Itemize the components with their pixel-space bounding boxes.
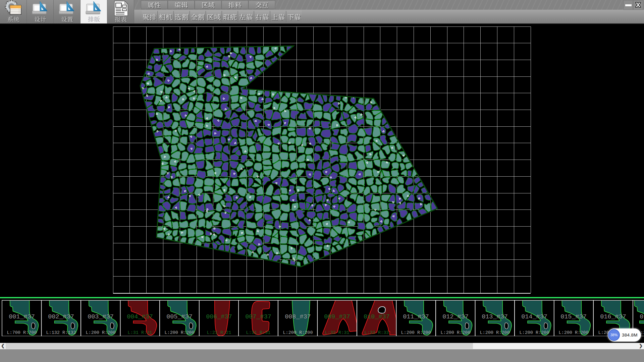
svg-text:010_#37: 010_#37 bbox=[364, 313, 390, 320]
svg-text:008_#37: 008_#37 bbox=[285, 313, 311, 320]
svg-text:L:32 R:31: L:32 R:31 bbox=[325, 330, 350, 335]
svg-text:003_#37: 003_#37 bbox=[88, 313, 114, 320]
svg-text:L:31 R:31: L:31 R:31 bbox=[246, 330, 271, 335]
svg-text:012_#37: 012_#37 bbox=[442, 313, 469, 320]
svg-text:L:200 R:200: L:200 R:200 bbox=[164, 330, 194, 335]
svg-text:006_#37: 006_#37 bbox=[206, 313, 232, 320]
svg-text:013_#37: 013_#37 bbox=[482, 313, 508, 320]
svg-text:L:200 R:200: L:200 R:200 bbox=[401, 330, 431, 335]
svg-text:L:21 R:21: L:21 R:21 bbox=[207, 330, 231, 335]
svg-text:L:33 R:33: L:33 R:33 bbox=[365, 330, 389, 335]
svg-text:L:132 R:132: L:132 R:132 bbox=[46, 330, 76, 335]
svg-text:007_#37: 007_#37 bbox=[245, 313, 271, 320]
svg-text:011_#37: 011_#37 bbox=[403, 313, 429, 320]
svg-text:015_#37: 015_#37 bbox=[560, 313, 587, 320]
svg-text:002_#37: 002_#37 bbox=[48, 313, 74, 320]
svg-text:004_#37: 004_#37 bbox=[127, 313, 153, 320]
svg-text:016_#37: 016_#37 bbox=[600, 313, 626, 320]
svg-text:L:200 R:200: L:200 R:200 bbox=[480, 330, 509, 335]
svg-text:L:200 R:200: L:200 R:200 bbox=[283, 330, 313, 335]
svg-text:L:200 R:200: L:200 R:200 bbox=[519, 330, 549, 335]
svg-text:005_#37: 005_#37 bbox=[166, 313, 193, 320]
svg-text:L:200 R:200: L:200 R:200 bbox=[558, 330, 588, 335]
svg-text:L:31 R:31: L:31 R:31 bbox=[128, 330, 152, 335]
svg-text:017_#37: 017_#37 bbox=[640, 313, 644, 320]
svg-text:L:200 R:200: L:200 R:200 bbox=[86, 330, 115, 335]
svg-text:009_#37: 009_#37 bbox=[324, 313, 350, 320]
svg-text:001_#37: 001_#37 bbox=[9, 313, 35, 320]
svg-text:L:200 R:200: L:200 R:200 bbox=[440, 330, 470, 335]
svg-text:L:700 R:700: L:700 R:700 bbox=[7, 330, 37, 335]
svg-text:014_#37: 014_#37 bbox=[521, 313, 547, 320]
